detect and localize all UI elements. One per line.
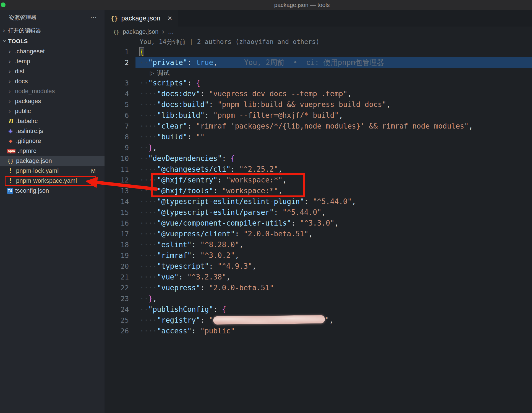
code-token: true xyxy=(196,58,213,67)
breadcrumb[interactable]: {} package.json › … xyxy=(105,27,532,37)
code-line-7[interactable]: 7····"clear": "rimraf 'packages/*/{lib,n… xyxy=(105,121,532,132)
open-editors-label: 打开的编辑器 xyxy=(8,27,41,34)
file-label: public xyxy=(15,108,31,115)
line-number: 24 xyxy=(105,304,135,315)
breadcrumb-more[interactable]: … xyxy=(168,28,174,35)
code-line-4[interactable]: 4····"docs:dev": "vuepress dev docs --te… xyxy=(105,88,532,99)
traffic-light-green[interactable] xyxy=(1,2,6,7)
sidebar-item-.gitignore[interactable]: ◆.gitignore xyxy=(0,136,105,146)
code-token: "rimraf 'packages/*/{lib,node_modules}' … xyxy=(196,122,469,130)
code-line-1[interactable]: 1{ xyxy=(105,46,532,57)
code-line-3[interactable]: 3··"scripts": { xyxy=(105,78,532,88)
open-editors-section[interactable]: › 打开的编辑器 xyxy=(0,25,105,36)
line-number: 18 xyxy=(105,239,135,250)
code-token: : xyxy=(235,230,243,238)
code-line-13[interactable]: 13····"@hxjf/tools": "workspace:*", xyxy=(105,185,532,196)
code-line-19[interactable]: 19····"rimraf": "^3.0.2", xyxy=(105,250,532,261)
code-token: , xyxy=(239,241,244,249)
sidebar-item-package.json[interactable]: {}package.json xyxy=(0,156,105,166)
code-line-18[interactable]: 18····"eslint": "^8.28.0", xyxy=(105,239,532,250)
code-line-8[interactable]: 8····"build": "" xyxy=(105,132,532,142)
sidebar-item-.babelrc[interactable]: B.babelrc xyxy=(0,116,105,126)
code-line-content: ··"publishConfig": { xyxy=(135,304,532,315)
file-label: pnpm-lock.yaml xyxy=(16,167,59,174)
file-label: pnpm-workspace.yaml xyxy=(16,177,77,184)
code-token: , xyxy=(469,122,473,130)
code-token: ···· xyxy=(140,176,157,184)
breadcrumb-file[interactable]: package.json xyxy=(123,28,159,35)
code-token: "@typescript-eslint/parser" xyxy=(157,208,274,216)
sidebar-item-.temp[interactable]: ›.temp xyxy=(0,56,105,66)
code-token: , xyxy=(278,187,283,195)
code-line-14[interactable]: 14····"@typescript-eslint/eslint-plugin"… xyxy=(105,196,532,207)
sidebar-item-pnpm-lock.yaml[interactable]: !pnpm-lock.yamlM xyxy=(0,166,105,176)
code-line-9[interactable]: 9··}, xyxy=(105,142,532,153)
code-line-21[interactable]: 21····"vue": "^3.2.38", xyxy=(105,272,532,283)
more-actions-icon[interactable]: ⋯ xyxy=(90,14,97,22)
code-line-16[interactable]: 16····"@vue/component-compiler-utils": "… xyxy=(105,218,532,229)
line-number: 25 xyxy=(105,315,135,326)
sidebar-item-public[interactable]: ›public xyxy=(0,106,105,116)
sidebar-item-packages[interactable]: ›packages xyxy=(0,96,105,106)
sidebar-item-.eslintrc.js[interactable]: ◉.eslintrc.js xyxy=(0,126,105,136)
code-line-20[interactable]: 20····"typescript": "^4.9.3", xyxy=(105,261,532,272)
code-line-22[interactable]: 22····"vuepress": "2.0.0-beta.51" xyxy=(105,283,532,293)
code-line-24[interactable]: 24··"publishConfig": { xyxy=(105,304,532,315)
code-token: : xyxy=(192,251,200,260)
code-token: ···· xyxy=(140,133,157,141)
code-token: "@changesets/cli" xyxy=(157,165,231,173)
tab-package-json[interactable]: {} package.json × xyxy=(105,10,178,27)
line-number: 20 xyxy=(105,261,135,272)
close-icon[interactable]: × xyxy=(168,14,172,23)
code-line-content: ····"docs:build": "pnpm lib:build && vue… xyxy=(135,99,532,110)
code-token: : xyxy=(231,165,239,173)
sidebar-item-dist[interactable]: ›dist xyxy=(0,66,105,76)
code-token: "pnpm --filter=@hxjf/* build" xyxy=(213,111,339,119)
chevron-right-icon: › xyxy=(7,58,13,65)
code-token: "registry" xyxy=(157,316,200,324)
sidebar-item-docs[interactable]: ›docs xyxy=(0,76,105,86)
line-number: 7 xyxy=(105,121,135,132)
code-line-content: ····"typescript": "^4.9.3", xyxy=(135,261,532,272)
code-line-17[interactable]: 17····"@vuepress/client": "2.0.0-beta.51… xyxy=(105,229,532,239)
code-line-12[interactable]: 12····"@hxjf/sentry": "workspace:*", xyxy=(105,175,532,185)
json-file-icon: {} xyxy=(7,158,14,164)
code-line-15[interactable]: 15····"@typescript-eslint/parser": "^5.4… xyxy=(105,207,532,218)
code-line-content: ····"@hxjf/sentry": "workspace:*", xyxy=(135,175,532,185)
line-number: 19 xyxy=(105,250,135,261)
code-token: "^5.44.0" xyxy=(283,208,322,216)
code-line-content: ····"lib:build": "pnpm --filter=@hxjf/* … xyxy=(135,110,532,121)
sidebar-item-.npmrc[interactable]: npm.npmrc xyxy=(0,146,105,156)
git-blame-header[interactable]: You, 14分钟前 | 2 authors (zhaoyifan and ot… xyxy=(105,37,532,46)
code-token: "2.0.0-beta.51" xyxy=(209,284,274,292)
sidebar-file-list: ›.changeset›.temp›dist›docs›node_modules… xyxy=(0,46,105,196)
sidebar-item-node_modules[interactable]: ›node_modules xyxy=(0,86,105,96)
code-token: "docs:dev" xyxy=(157,90,200,98)
line-number: 3 xyxy=(105,78,135,88)
file-label: node_modules xyxy=(15,88,55,95)
code-line-25[interactable]: 25····"registry": "", xyxy=(105,315,532,326)
code-line-23[interactable]: 23··}, xyxy=(105,293,532,304)
code-token: "@hxjf/tools" xyxy=(157,187,213,195)
code-token: : xyxy=(205,111,213,119)
code-token: , xyxy=(321,208,326,216)
sidebar-item-.changeset[interactable]: ›.changeset xyxy=(0,46,105,56)
code-token: } xyxy=(148,294,153,303)
code-token: : xyxy=(200,90,209,98)
code-line-2[interactable]: 2··"private": true,You, 2周前 • ci: 使用pnpm… xyxy=(105,57,532,68)
eslint-file-icon: ◉ xyxy=(7,129,14,134)
debug-codelens[interactable]: ▷调试 xyxy=(105,68,532,78)
code-line-10[interactable]: 10··"devDependencies": { xyxy=(105,153,532,164)
file-label: tsconfig.json xyxy=(15,187,49,194)
sidebar-item-pnpm-workspace.yaml[interactable]: !pnpm-workspace.yaml xyxy=(0,176,105,186)
file-label: dist xyxy=(15,68,24,75)
code-token: { xyxy=(231,154,235,163)
warn-file-icon: ! xyxy=(7,178,14,184)
sidebar-item-tsconfig.json[interactable]: TStsconfig.json xyxy=(0,186,105,196)
code-line-11[interactable]: 11····"@changesets/cli": "^2.25.2", xyxy=(105,164,532,175)
code-line-6[interactable]: 6····"lib:build": "pnpm --filter=@hxjf/*… xyxy=(105,110,532,121)
code-token: "@typescript-eslint/eslint-plugin" xyxy=(157,197,304,206)
section-tools[interactable]: › TOOLS xyxy=(0,36,105,46)
code-line-5[interactable]: 5····"docs:build": "pnpm lib:build && vu… xyxy=(105,99,532,110)
code-line-26[interactable]: 26····"access": "public" xyxy=(105,326,532,336)
